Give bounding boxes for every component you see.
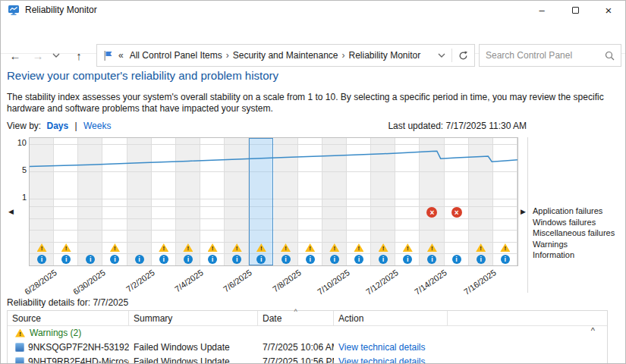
- reliability-monitor-window: Reliability Monitor – × ← → ↑ « All Cont…: [0, 0, 626, 364]
- information-icon: i: [208, 255, 217, 264]
- collapse-group-icon[interactable]: ^: [591, 326, 595, 335]
- date-axis-label: 7/16/2025: [456, 268, 497, 300]
- legend-label: Miscellaneous failures: [533, 228, 615, 239]
- information-icon: i: [452, 255, 461, 264]
- view-by-days-link[interactable]: Days: [46, 121, 68, 131]
- warnings-group-label: Warnings (2): [30, 328, 81, 338]
- information-icon: i: [477, 255, 486, 264]
- information-icon: i: [354, 255, 363, 264]
- address-bar[interactable]: « All Control Panel Items›Security and M…: [96, 44, 475, 67]
- y-axis-tick-10: 10: [11, 138, 27, 147]
- minimize-button[interactable]: –: [525, 1, 558, 19]
- y-axis-tick-1: 1: [11, 193, 27, 202]
- information-icon: i: [379, 255, 388, 264]
- summary-text: Failed Windows Update: [129, 356, 258, 364]
- security-maintenance-flag-icon: [102, 50, 114, 61]
- chart-right-border: [527, 137, 528, 293]
- sort-ascending-icon: ^: [294, 308, 297, 315]
- breadcrumb-item[interactable]: Security and Maintenance: [229, 50, 342, 61]
- chart-gridline: [30, 253, 517, 254]
- chart-gridline: [30, 242, 517, 243]
- date-axis-label: 7/8/2025: [261, 268, 302, 300]
- source-cell: 9NHT9RB2F4HD-Microsof...: [8, 356, 129, 364]
- information-icon: i: [37, 255, 46, 264]
- column-header-label: Summary: [134, 313, 172, 324]
- page-description: The stability index assesses your system…: [7, 92, 614, 115]
- legend-label: Windows failures: [533, 217, 615, 228]
- window-controls: – ×: [525, 1, 625, 19]
- date-axis-label: 7/10/2025: [310, 268, 351, 300]
- close-button[interactable]: ×: [592, 1, 625, 19]
- date-text: 7/7/2025 10:06 AM: [258, 342, 334, 353]
- view-by-label: View by:: [7, 121, 41, 131]
- information-icon: i: [135, 255, 144, 264]
- view-by-separator: |: [75, 121, 77, 131]
- column-header-label: Date: [263, 313, 282, 324]
- table-row[interactable]: 9NHT9RB2F4HD-Microsof...Failed Windows U…: [8, 354, 607, 364]
- titlebar: Reliability Monitor – ×: [1, 1, 625, 19]
- details-heading: Reliability details for: 7/7/2025: [7, 297, 128, 308]
- breadcrumb-overflow-icon[interactable]: «: [116, 50, 126, 61]
- close-icon: ×: [606, 4, 612, 17]
- page-title: Review your computer's reliability and p…: [7, 69, 278, 82]
- information-icon: i: [306, 255, 315, 264]
- date-axis-label: 6/28/2025: [17, 268, 58, 300]
- chart-plot: ××!!!!!!!!!!!!!!!!!iiiiiiiiiiiiiiiiiiii: [29, 137, 518, 266]
- last-updated-text: Last updated: 7/17/2025 11:30 AM: [388, 121, 527, 131]
- search-box: [479, 44, 621, 67]
- date-axis-label: 7/12/2025: [359, 268, 400, 300]
- date-axis-label: 7/2/2025: [115, 268, 156, 300]
- back-button[interactable]: ←: [5, 46, 25, 65]
- details-table: Source Summary ^Date Action ! Warnings (…: [7, 310, 608, 364]
- chart-gridline: [30, 206, 517, 207]
- table-row[interactable]: 9NKSQGP7F2NH-5319275...Failed Windows Up…: [8, 340, 607, 354]
- view-technical-details-link[interactable]: View technical details: [338, 342, 426, 353]
- table-header-row: Source Summary ^Date Action: [8, 311, 607, 326]
- column-header-label: Source: [12, 313, 41, 324]
- view-technical-details-link[interactable]: View technical details: [338, 356, 426, 364]
- up-button[interactable]: ↑: [69, 46, 89, 65]
- navigation-bar: ← → ↑ « All Control Panel Items›Security…: [1, 19, 625, 54]
- application-failure-icon: ×: [451, 207, 462, 218]
- information-icon: i: [159, 255, 168, 264]
- view-by: View by: Days | Weeks: [7, 121, 111, 131]
- forward-button[interactable]: →: [28, 46, 48, 65]
- address-dropdown-chevron-icon[interactable]: [432, 53, 451, 58]
- breadcrumb-item[interactable]: All Control Panel Items: [126, 50, 226, 61]
- date-axis-label: 7/6/2025: [212, 268, 253, 300]
- column-header-source[interactable]: Source: [8, 311, 129, 325]
- maximize-button[interactable]: [558, 1, 592, 19]
- warnings-group-row[interactable]: ! Warnings (2) ^: [8, 326, 607, 340]
- source-text: 9NKSQGP7F2NH-5319275...: [28, 342, 129, 353]
- stability-index-line: [30, 138, 517, 206]
- date-axis-label: 6/30/2025: [66, 268, 107, 300]
- summary-text: Failed Windows Update: [129, 342, 258, 353]
- source-cell: 9NKSQGP7F2NH-5319275...: [8, 342, 129, 353]
- information-icon: i: [501, 255, 510, 264]
- search-input[interactable]: [486, 50, 605, 61]
- information-icon: i: [330, 255, 339, 264]
- window-title: Reliability Monitor: [25, 5, 97, 15]
- column-header-summary[interactable]: Summary: [129, 311, 258, 325]
- legend-label: Application failures: [533, 206, 615, 217]
- details-table-body: 9NKSQGP7F2NH-5319275...Failed Windows Up…: [8, 340, 607, 364]
- scroll-right-button[interactable]: ▶: [521, 208, 526, 215]
- date-axis-label: 7/4/2025: [163, 268, 204, 300]
- application-icon: [15, 343, 24, 352]
- application-icon: [15, 357, 24, 364]
- recent-locations-chevron-icon[interactable]: [49, 46, 63, 65]
- action-cell: View technical details: [334, 356, 448, 364]
- refresh-button[interactable]: [452, 51, 474, 61]
- chart-region: ××!!!!!!!!!!!!!!!!!iiiiiiiiiiiiiiiiiiii …: [30, 137, 517, 293]
- breadcrumb-item[interactable]: Reliability Monitor: [345, 50, 425, 61]
- view-by-weeks-link[interactable]: Weeks: [83, 121, 111, 131]
- chart-legend: Application failuresWindows failuresMisc…: [533, 206, 615, 261]
- column-header-date[interactable]: ^Date: [258, 311, 334, 325]
- maximize-icon: [572, 7, 579, 14]
- column-header-blank: [448, 311, 607, 325]
- y-axis-tick-5: 5: [11, 165, 27, 174]
- source-text: 9NHT9RB2F4HD-Microsof...: [28, 356, 129, 364]
- action-cell: View technical details: [334, 342, 448, 353]
- column-header-action[interactable]: Action: [334, 311, 448, 325]
- scroll-left-button[interactable]: ◀: [8, 208, 14, 215]
